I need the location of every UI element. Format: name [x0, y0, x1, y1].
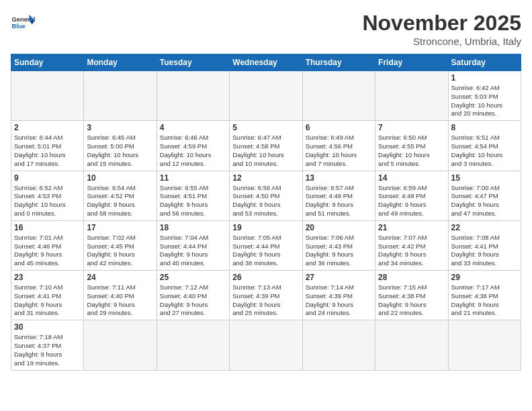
calendar-cell	[302, 320, 375, 370]
day-info: Sunrise: 6:51 AM Sunset: 4:54 PM Dayligh…	[451, 134, 518, 168]
day-number: 30	[14, 322, 81, 332]
weekday-header-row: SundayMondayTuesdayWednesdayThursdayFrid…	[11, 54, 521, 71]
day-number: 2	[14, 123, 81, 132]
calendar-cell: 8Sunrise: 6:51 AM Sunset: 4:54 PM Daylig…	[448, 121, 521, 171]
day-number: 5	[232, 123, 299, 132]
calendar-cell: 3Sunrise: 6:45 AM Sunset: 5:00 PM Daylig…	[84, 121, 157, 171]
day-number: 14	[378, 173, 445, 183]
calendar-cell	[84, 71, 157, 121]
day-number: 10	[87, 173, 153, 183]
title-block: November 2025 Stroncone, Umbria, Italy	[362, 11, 521, 47]
day-number: 3	[87, 123, 153, 132]
calendar-cell: 23Sunrise: 7:10 AM Sunset: 4:41 PM Dayli…	[11, 271, 84, 320]
day-info: Sunrise: 6:54 AM Sunset: 4:52 PM Dayligh…	[87, 184, 153, 218]
day-number: 17	[87, 223, 153, 232]
calendar-cell	[230, 320, 302, 370]
day-info: Sunrise: 7:14 AM Sunset: 4:39 PM Dayligh…	[306, 283, 372, 318]
day-number: 7	[378, 123, 445, 132]
calendar-cell: 26Sunrise: 7:13 AM Sunset: 4:39 PM Dayli…	[230, 271, 302, 320]
calendar-week-5: 23Sunrise: 7:10 AM Sunset: 4:41 PM Dayli…	[11, 271, 521, 320]
calendar-cell: 24Sunrise: 7:11 AM Sunset: 4:40 PM Dayli…	[84, 271, 157, 320]
day-number: 23	[14, 273, 81, 282]
calendar-cell: 13Sunrise: 6:57 AM Sunset: 4:49 PM Dayli…	[302, 171, 375, 220]
calendar-cell: 15Sunrise: 7:00 AM Sunset: 4:47 PM Dayli…	[448, 171, 521, 220]
day-number: 4	[160, 123, 226, 132]
calendar-week-6: 30Sunrise: 7:18 AM Sunset: 4:37 PM Dayli…	[11, 320, 521, 370]
day-info: Sunrise: 6:46 AM Sunset: 4:59 PM Dayligh…	[160, 134, 226, 168]
day-number: 11	[160, 173, 226, 183]
calendar-cell: 16Sunrise: 7:01 AM Sunset: 4:46 PM Dayli…	[11, 220, 84, 270]
day-number: 13	[306, 173, 372, 183]
day-info: Sunrise: 7:05 AM Sunset: 4:44 PM Dayligh…	[232, 234, 299, 268]
day-number: 8	[451, 123, 518, 132]
day-info: Sunrise: 7:06 AM Sunset: 4:43 PM Dayligh…	[306, 234, 372, 268]
calendar-cell	[157, 320, 229, 370]
day-info: Sunrise: 6:44 AM Sunset: 5:01 PM Dayligh…	[14, 134, 81, 168]
day-info: Sunrise: 6:42 AM Sunset: 5:03 PM Dayligh…	[451, 84, 518, 118]
day-info: Sunrise: 6:50 AM Sunset: 4:55 PM Dayligh…	[378, 134, 445, 168]
day-number: 16	[14, 223, 81, 232]
calendar-week-3: 9Sunrise: 6:52 AM Sunset: 4:53 PM Daylig…	[11, 171, 521, 220]
day-number: 25	[160, 273, 226, 282]
calendar-cell	[375, 71, 448, 121]
month-title: November 2025	[362, 11, 521, 36]
calendar-cell: 6Sunrise: 6:49 AM Sunset: 4:56 PM Daylig…	[302, 121, 375, 171]
day-number: 27	[306, 273, 372, 282]
weekday-header-saturday: Saturday	[448, 54, 521, 71]
day-info: Sunrise: 7:10 AM Sunset: 4:41 PM Dayligh…	[14, 283, 81, 318]
calendar-cell: 27Sunrise: 7:14 AM Sunset: 4:39 PM Dayli…	[302, 271, 375, 320]
calendar-cell	[302, 71, 375, 121]
day-info: Sunrise: 7:01 AM Sunset: 4:46 PM Dayligh…	[14, 234, 81, 268]
day-info: Sunrise: 6:47 AM Sunset: 4:58 PM Dayligh…	[232, 134, 299, 168]
day-info: Sunrise: 7:12 AM Sunset: 4:40 PM Dayligh…	[160, 283, 226, 318]
day-info: Sunrise: 7:18 AM Sunset: 4:37 PM Dayligh…	[14, 333, 81, 367]
calendar-cell: 29Sunrise: 7:17 AM Sunset: 4:38 PM Dayli…	[448, 271, 521, 320]
calendar-cell	[157, 71, 229, 121]
page-header: General Blue November 2025 Stroncone, Um…	[11, 11, 521, 47]
day-number: 12	[232, 173, 299, 183]
day-info: Sunrise: 6:56 AM Sunset: 4:50 PM Dayligh…	[232, 184, 299, 218]
day-info: Sunrise: 7:04 AM Sunset: 4:44 PM Dayligh…	[160, 234, 226, 268]
calendar-week-4: 16Sunrise: 7:01 AM Sunset: 4:46 PM Dayli…	[11, 220, 521, 270]
calendar-cell: 21Sunrise: 7:07 AM Sunset: 4:42 PM Dayli…	[375, 220, 448, 270]
calendar-cell: 12Sunrise: 6:56 AM Sunset: 4:50 PM Dayli…	[230, 171, 302, 220]
calendar-cell: 28Sunrise: 7:15 AM Sunset: 4:38 PM Dayli…	[375, 271, 448, 320]
calendar-cell	[11, 71, 84, 121]
day-number: 9	[14, 173, 81, 183]
day-number: 22	[451, 223, 518, 232]
calendar-cell: 7Sunrise: 6:50 AM Sunset: 4:55 PM Daylig…	[375, 121, 448, 171]
calendar-cell	[230, 71, 302, 121]
day-info: Sunrise: 6:57 AM Sunset: 4:49 PM Dayligh…	[306, 184, 372, 218]
calendar-cell: 11Sunrise: 6:55 AM Sunset: 4:51 PM Dayli…	[157, 171, 229, 220]
calendar-cell	[448, 320, 521, 370]
weekday-header-wednesday: Wednesday	[230, 54, 302, 71]
svg-text:Blue: Blue	[11, 23, 25, 30]
day-number: 6	[306, 123, 372, 132]
calendar-cell: 10Sunrise: 6:54 AM Sunset: 4:52 PM Dayli…	[84, 171, 157, 220]
day-info: Sunrise: 7:15 AM Sunset: 4:38 PM Dayligh…	[378, 283, 445, 318]
day-number: 28	[378, 273, 445, 282]
calendar-week-1: 1Sunrise: 6:42 AM Sunset: 5:03 PM Daylig…	[11, 71, 521, 121]
calendar-cell: 1Sunrise: 6:42 AM Sunset: 5:03 PM Daylig…	[448, 71, 521, 121]
calendar-cell: 19Sunrise: 7:05 AM Sunset: 4:44 PM Dayli…	[230, 220, 302, 270]
day-number: 19	[232, 223, 299, 232]
calendar-cell: 20Sunrise: 7:06 AM Sunset: 4:43 PM Dayli…	[302, 220, 375, 270]
calendar-cell	[84, 320, 157, 370]
day-info: Sunrise: 7:11 AM Sunset: 4:40 PM Dayligh…	[87, 283, 153, 318]
day-info: Sunrise: 6:55 AM Sunset: 4:51 PM Dayligh…	[160, 184, 226, 218]
weekday-header-thursday: Thursday	[302, 54, 375, 71]
calendar-week-2: 2Sunrise: 6:44 AM Sunset: 5:01 PM Daylig…	[11, 121, 521, 171]
calendar-cell: 30Sunrise: 7:18 AM Sunset: 4:37 PM Dayli…	[11, 320, 84, 370]
location-subtitle: Stroncone, Umbria, Italy	[362, 36, 521, 47]
day-number: 18	[160, 223, 226, 232]
day-info: Sunrise: 7:08 AM Sunset: 4:41 PM Dayligh…	[451, 234, 518, 268]
calendar-cell: 4Sunrise: 6:46 AM Sunset: 4:59 PM Daylig…	[157, 121, 229, 171]
calendar-cell: 14Sunrise: 6:59 AM Sunset: 4:48 PM Dayli…	[375, 171, 448, 220]
calendar-cell	[375, 320, 448, 370]
day-info: Sunrise: 7:13 AM Sunset: 4:39 PM Dayligh…	[232, 283, 299, 318]
day-number: 21	[378, 223, 445, 232]
calendar-cell: 9Sunrise: 6:52 AM Sunset: 4:53 PM Daylig…	[11, 171, 84, 220]
logo: General Blue	[11, 11, 35, 35]
day-number: 20	[306, 223, 372, 232]
day-number: 29	[451, 273, 518, 282]
